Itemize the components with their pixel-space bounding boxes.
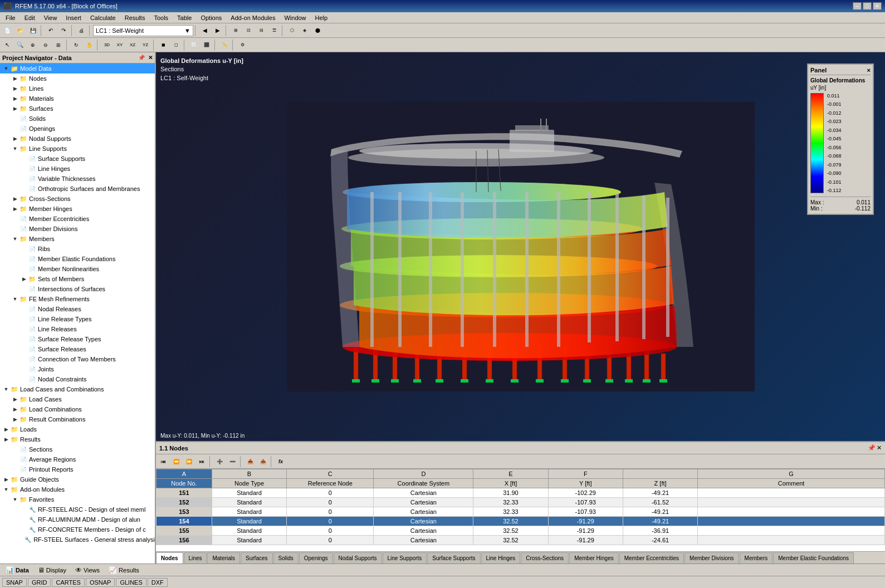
- tree-item-intersections[interactable]: 📄Intersections of Surfaces: [0, 284, 155, 294]
- tree-toggle-nodal-supports[interactable]: ▶: [11, 135, 19, 143]
- tree-item-rf-steel-surf[interactable]: 🔧RF-STEEL Surfaces - General stress anal…: [0, 535, 155, 545]
- table-cell[interactable]: Standard: [212, 536, 286, 545]
- tree-toggle-lines[interactable]: ▶: [11, 85, 19, 92]
- table-cell[interactable]: [698, 507, 885, 517]
- status-glines[interactable]: GLINES: [116, 578, 146, 587]
- tree-item-nodal-supports[interactable]: ▶📁Nodal Supports: [0, 134, 155, 144]
- tree-item-member-elastic[interactable]: 📄Member Elastic Foundations: [0, 254, 155, 264]
- tree-item-surface-releases[interactable]: 📄Surface Releases: [0, 344, 155, 354]
- table-row[interactable]: 154Standard0Cartesian32.52-91.29-49.21: [157, 517, 885, 526]
- table-add[interactable]: ➕: [213, 455, 226, 468]
- table-cell[interactable]: -107.93: [548, 507, 623, 517]
- table-cell[interactable]: [698, 517, 885, 526]
- tree-toggle-sets-of-members[interactable]: ▶: [20, 275, 28, 283]
- tree-item-result-combinations[interactable]: ▶📁Result Combinations: [0, 414, 155, 424]
- tree-toggle-loads[interactable]: ▶: [2, 425, 10, 433]
- bottom-tab-members[interactable]: Members: [740, 552, 773, 564]
- bottom-tab-member-eccentricities[interactable]: Member Eccentricities: [619, 552, 684, 564]
- table-cell[interactable]: 32.52: [473, 536, 548, 545]
- tree-item-favorites[interactable]: ▼📁Favorites: [0, 494, 155, 504]
- table-cell[interactable]: [698, 536, 885, 545]
- zoom-fit-btn[interactable]: ⊞: [52, 39, 65, 51]
- table-cell[interactable]: -91.29: [548, 526, 623, 536]
- menu-help[interactable]: Help: [311, 13, 333, 22]
- tree-item-line-hinges[interactable]: 📄Line Hinges: [0, 164, 155, 174]
- table-cell[interactable]: Cartesian: [374, 536, 473, 545]
- menu-options[interactable]: Options: [196, 13, 226, 22]
- tree-toggle-cross-sections[interactable]: ▶: [11, 195, 19, 203]
- menu-edit[interactable]: Edit: [20, 13, 40, 22]
- tree-item-printout-reports[interactable]: 📄Printout Reports: [0, 464, 155, 474]
- tree-item-member-divisions[interactable]: 📄Member Divisions: [0, 224, 155, 234]
- tree-item-cross-sections[interactable]: ▶📁Cross-Sections: [0, 194, 155, 204]
- view-xz[interactable]: XZ: [126, 39, 139, 51]
- tree-toggle-model-data[interactable]: ▼: [2, 65, 10, 72]
- tree-toggle-line-supports[interactable]: ▼: [11, 145, 19, 153]
- wire-btn[interactable]: ◻: [170, 39, 182, 51]
- bottom-nav-views[interactable]: 👁Views: [72, 565, 103, 575]
- tree-item-orthotropic[interactable]: 📄Orthotropic Surfaces and Membranes: [0, 184, 155, 194]
- tree-item-rf-steel-aisc[interactable]: 🔧RF-STEEL AISC - Design of steel meml: [0, 504, 155, 514]
- select-all[interactable]: ⬜: [188, 39, 200, 51]
- table-cell[interactable]: Cartesian: [374, 507, 473, 517]
- tree-item-sets-of-members[interactable]: ▶📁Sets of Members: [0, 274, 155, 284]
- tree-item-nodes[interactable]: ▶📁Nodes: [0, 74, 155, 84]
- tree-toggle-surfaces[interactable]: ▶: [11, 105, 19, 112]
- tree-toggle-add-on-modules[interactable]: ▼: [2, 486, 10, 493]
- restore-button[interactable]: □: [863, 2, 872, 10]
- table-cell[interactable]: 0: [287, 536, 374, 545]
- table-cell[interactable]: -49.21: [623, 507, 697, 517]
- tree-item-surfaces[interactable]: ▶📁Surfaces: [0, 104, 155, 114]
- rotate-btn[interactable]: ↻: [70, 39, 82, 51]
- tree-item-load-combinations[interactable]: ▶📁Load Combinations: [0, 404, 155, 414]
- tool-b[interactable]: ⊡: [242, 24, 255, 37]
- zoom-in-btn[interactable]: ⊕: [27, 39, 39, 51]
- tree-toggle-result-combinations[interactable]: ▶: [11, 415, 19, 423]
- table-next[interactable]: ⏩: [183, 455, 195, 468]
- table-cell[interactable]: -107.93: [548, 498, 623, 507]
- viewport-3d[interactable]: Global Deformations u-Y [in] Sections LC…: [156, 52, 885, 441]
- bottom-tab-surface-supports[interactable]: Surface Supports: [427, 552, 480, 564]
- tree-toggle-results[interactable]: ▶: [2, 435, 10, 443]
- tree-item-member-hinges[interactable]: ▶📁Member Hinges: [0, 204, 155, 214]
- tree-toggle-load-cases-comb[interactable]: ▼: [2, 385, 10, 393]
- new-btn[interactable]: 📄: [1, 24, 13, 37]
- bottom-tab-member-divisions[interactable]: Member Divisions: [684, 552, 739, 564]
- tree-toggle-guide-objects[interactable]: ▶: [2, 476, 10, 483]
- table-cell[interactable]: Standard: [212, 526, 286, 536]
- tool-c[interactable]: ⊟: [255, 24, 267, 37]
- bottom-tab-nodes[interactable]: Nodes: [156, 552, 183, 564]
- tree-item-line-release-types[interactable]: 📄Line Release Types: [0, 314, 155, 324]
- tree-toggle-materials[interactable]: ▶: [11, 95, 19, 102]
- table-cell[interactable]: Standard: [212, 498, 286, 507]
- tree-item-members[interactable]: ▼📁Members: [0, 234, 155, 244]
- tree-item-sections[interactable]: 📄Sections: [0, 444, 155, 454]
- tree-item-results[interactable]: ▶📁Results: [0, 434, 155, 444]
- tool-e[interactable]: ⬡: [286, 24, 298, 37]
- status-cartes[interactable]: CARTES: [52, 578, 84, 587]
- bottom-nav-display[interactable]: 🖥Display: [35, 565, 70, 575]
- render-btn[interactable]: ◼: [157, 39, 169, 51]
- tree-toggle-load-combinations[interactable]: ▶: [11, 405, 19, 413]
- tree-toggle-nodes[interactable]: ▶: [11, 75, 19, 82]
- tree-item-load-cases-comb[interactable]: ▼📁Load Cases and Combinations: [0, 384, 155, 394]
- status-grid[interactable]: GRID: [28, 578, 51, 587]
- nav-left[interactable]: ◀: [199, 24, 211, 37]
- tree-item-nodal-constraints[interactable]: 📄Nodal Constraints: [0, 374, 155, 384]
- tree-item-joints[interactable]: 📄Joints: [0, 364, 155, 374]
- table-cell[interactable]: -49.21: [623, 488, 697, 498]
- table-cell[interactable]: Cartesian: [374, 517, 473, 526]
- tree-item-add-on-modules[interactable]: ▼📁Add-on Modules: [0, 484, 155, 494]
- tree-item-surface-supports[interactable]: 📄Surface Supports: [0, 154, 155, 164]
- redo-btn[interactable]: ↷: [57, 24, 70, 37]
- tool-d[interactable]: ☰: [268, 24, 280, 37]
- tree-item-guide-objects[interactable]: ▶📁Guide Objects: [0, 474, 155, 484]
- tree-item-materials[interactable]: ▶📁Materials: [0, 94, 155, 104]
- tree-item-rf-aluminum[interactable]: 🔧RF-ALUMINUM ADM - Design of alun: [0, 514, 155, 525]
- tree-item-variable-thicknesses[interactable]: 📄Variable Thicknesses: [0, 174, 155, 184]
- zoom-btn[interactable]: 🔍: [14, 39, 26, 51]
- table-close[interactable]: ✕: [877, 444, 882, 452]
- menu-table[interactable]: Table: [173, 13, 196, 22]
- table-cell[interactable]: 0: [287, 507, 374, 517]
- tree-item-surface-release-types[interactable]: 📄Surface Release Types: [0, 334, 155, 344]
